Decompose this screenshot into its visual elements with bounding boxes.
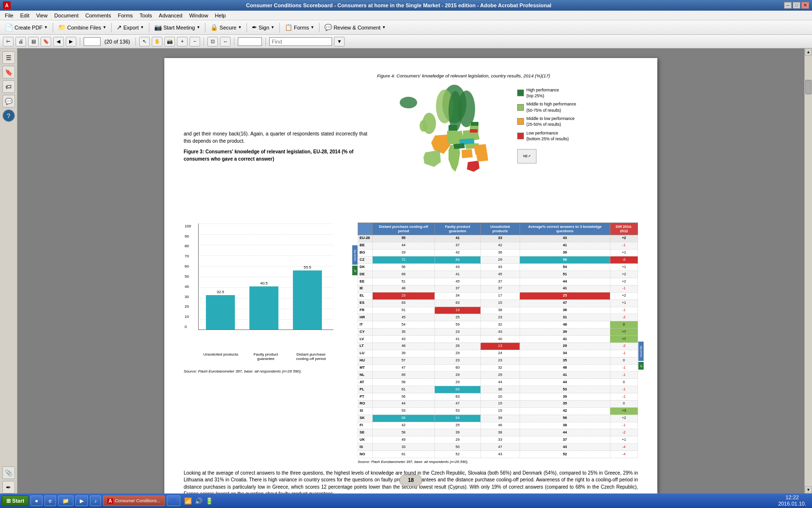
find-dropdown[interactable]: ▼: [334, 37, 345, 46]
attachments-panel-button[interactable]: 📎: [2, 466, 15, 479]
table-cell: 43: [520, 444, 610, 451]
taskbar-media[interactable]: ▶: [75, 495, 88, 506]
menu-comments[interactable]: Comments: [83, 12, 114, 19]
table-row: SE: [358, 429, 373, 436]
combine-button[interactable]: 📁 Combine Files ▼: [55, 22, 109, 33]
legend-low-box: [517, 133, 524, 139]
network-icon: 📶: [184, 497, 192, 505]
table-cell: 41: [435, 271, 480, 278]
back-button[interactable]: ◀: [53, 37, 64, 46]
select-tool[interactable]: ↖: [139, 37, 150, 46]
comments-panel-button[interactable]: 💬: [2, 95, 15, 107]
table-cell: 23: [435, 329, 480, 336]
table-cell: 72: [373, 256, 435, 264]
sign-button[interactable]: ✒ Sign ▼: [249, 22, 277, 33]
taskbar-explorer[interactable]: 📁: [58, 495, 73, 506]
zoom-in[interactable]: +: [177, 37, 188, 46]
volume-icon: 🔊: [195, 497, 203, 505]
table-cell: 53: [435, 407, 480, 415]
table-cell: 47: [373, 364, 435, 372]
table-cell-diff: -1: [610, 422, 638, 429]
table-cell: 41: [435, 336, 480, 343]
table-row: EE: [358, 278, 373, 285]
table-cell: 29: [373, 249, 435, 256]
start-meeting-button[interactable]: 📷 Start Meeting ▼: [151, 22, 203, 33]
page-nav-start[interactable]: ⊢: [3, 37, 14, 46]
print-button[interactable]: 🖨: [15, 37, 26, 46]
zoom-input[interactable]: 98,1%: [238, 37, 262, 46]
table-cell: 45: [435, 278, 480, 285]
menu-document[interactable]: Document: [51, 12, 81, 19]
minimize-button[interactable]: ─: [784, 2, 792, 9]
forms-button[interactable]: 📋 Forms ▼: [282, 22, 317, 33]
taskbar-winamp[interactable]: ♪: [90, 495, 102, 506]
table-cell-diff: -1: [610, 372, 638, 379]
tags-panel-button[interactable]: 🏷: [2, 80, 15, 93]
scroll-thumb[interactable]: [805, 80, 812, 94]
menu-edit[interactable]: Edit: [17, 12, 32, 19]
table-cell: 35: [520, 357, 610, 364]
menu-window[interactable]: Window: [186, 12, 211, 19]
table-cell: 43: [480, 329, 520, 336]
review-comment-button[interactable]: 💬 Review & Comment ▼: [321, 22, 389, 33]
page-number-input[interactable]: 18: [84, 37, 101, 46]
snapshot-tool[interactable]: 📸: [164, 37, 175, 46]
table-cell: 53: [520, 386, 610, 393]
table-row: HU: [358, 357, 373, 364]
svg-marker-9: [423, 150, 441, 167]
menu-forms[interactable]: Forms: [115, 12, 136, 19]
document-area[interactable]: and get their money back(16). Again, a q…: [17, 48, 804, 493]
taskbar-ie[interactable]: e: [44, 495, 56, 506]
right-scrollbar[interactable]: ▲ ▼: [804, 48, 812, 493]
find-input[interactable]: [269, 37, 332, 46]
dropdown-arrow-icon: ▼: [44, 25, 48, 30]
fit-width[interactable]: ↔: [220, 37, 231, 46]
export-button[interactable]: ↗ Export ▼: [114, 22, 147, 33]
taskbar-acrobat[interactable]: A Consumer Conditions...: [103, 495, 164, 506]
scroll-up-button[interactable]: ▲: [805, 48, 812, 56]
menu-file[interactable]: File: [2, 12, 16, 19]
fit-page[interactable]: ⊡: [207, 37, 218, 46]
table-cell: 55: [373, 235, 435, 242]
create-pdf-button[interactable]: 📄 Create PDF ▼: [2, 22, 51, 33]
bookmarks-panel-button[interactable]: 🔖: [2, 66, 15, 78]
menu-help[interactable]: Help: [212, 12, 229, 19]
pages-panel-button[interactable]: ☰: [2, 51, 15, 64]
table-cell-diff: 0: [610, 379, 638, 386]
table-cell-diff: +2: [610, 415, 638, 422]
table-cell: 42: [373, 422, 435, 429]
excel-label-left: excel file: [352, 245, 358, 265]
hand-tool[interactable]: ✋: [152, 37, 162, 46]
table-cell-diff: -4: [610, 444, 638, 451]
left-panel: ☰ 🔖 🏷 💬 ? 📎 ✒: [0, 48, 17, 493]
close-button[interactable]: ✕: [801, 2, 809, 9]
page-thumbnail[interactable]: ▤: [28, 37, 39, 46]
menu-tools[interactable]: Tools: [137, 12, 155, 19]
battery-icon: 🔋: [205, 497, 213, 505]
scroll-track[interactable]: [805, 56, 812, 486]
scroll-down-button[interactable]: ▼: [805, 486, 812, 493]
table-cell: 48: [520, 321, 610, 329]
help-panel-button[interactable]: ?: [2, 109, 15, 122]
taskbar-word[interactable]: W: [167, 495, 180, 506]
forms-icon: 📋: [285, 24, 292, 31]
table-cell-diff: -2: [610, 343, 638, 350]
table-cell: 46: [480, 422, 520, 429]
table-cell-diff: -1: [610, 350, 638, 357]
col-distant-header: Distant purchase cooling-off period: [373, 223, 435, 235]
forward-button[interactable]: ▶: [66, 37, 76, 46]
signature-panel-button[interactable]: ✒: [2, 481, 15, 493]
zoom-out[interactable]: −: [189, 37, 200, 46]
bookmark-button[interactable]: 🔖: [41, 37, 51, 46]
taskbar-chrome[interactable]: ●: [30, 495, 43, 506]
menu-view[interactable]: View: [33, 12, 51, 19]
menu-advanced[interactable]: Advanced: [156, 12, 186, 19]
table-cell-diff: +1: [610, 436, 638, 444]
table-cell-diff: -1: [610, 242, 638, 249]
maximize-button[interactable]: □: [793, 2, 800, 9]
start-button[interactable]: ⊞ Start: [2, 495, 29, 506]
table-cell: 34: [520, 350, 610, 357]
window-title: Consumer Conditions Scoreboard - Consume…: [14, 2, 784, 8]
table-cell-diff: +2: [610, 271, 638, 278]
secure-button[interactable]: 🔒 Secure ▼: [207, 22, 245, 33]
